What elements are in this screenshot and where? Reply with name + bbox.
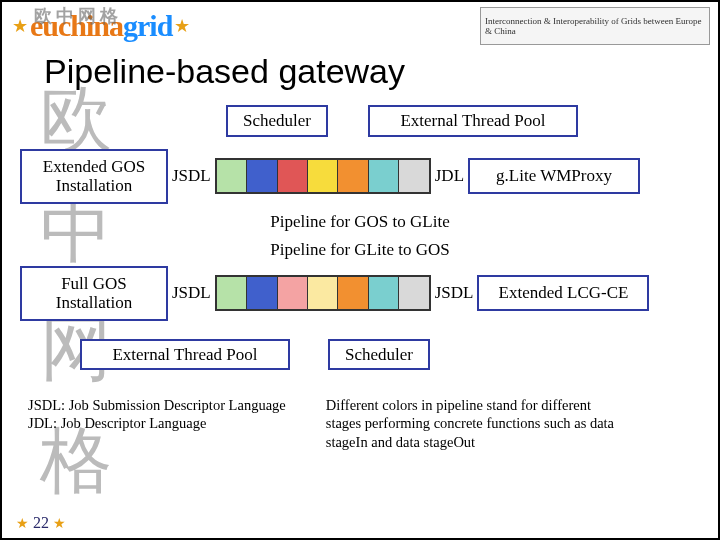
scheduler-box: Scheduler (328, 339, 430, 371)
jdl-definition: JDL: Job Descriptor Language (28, 414, 286, 432)
pipe-stage (278, 277, 308, 309)
header: ★ 欧中网格 euchinagrid ★ Interconnection & I… (2, 2, 718, 50)
pipeline-bottom (215, 275, 431, 311)
slide-number-value: 22 (33, 514, 49, 532)
diagram: Scheduler External Thread Pool Extended … (20, 105, 700, 451)
row-top: Scheduler External Thread Pool (20, 105, 700, 137)
star-icon: ★ (174, 15, 190, 37)
footnotes: JSDL: Job Submission Descriptor Language… (20, 396, 700, 450)
scheduler-box: Scheduler (226, 105, 328, 137)
pipe-stage (369, 277, 399, 309)
star-icon: ★ (16, 515, 29, 532)
header-banner: Interconnection & Interoperability of Gr… (480, 7, 710, 45)
jsdl-label: JSDL (172, 283, 211, 303)
pipe-stage (217, 277, 247, 309)
external-thread-pool-box: External Thread Pool (368, 105, 578, 137)
pipe-stage (338, 160, 368, 192)
pipe-stage (399, 277, 428, 309)
row-bottom: External Thread Pool Scheduler (20, 339, 700, 371)
extended-lcg-ce-box: Extended LCG-CE (477, 275, 649, 311)
jsdl-label: JSDL (435, 283, 474, 303)
slide-number: ★ 22 ★ (14, 514, 68, 532)
pipe-stage (217, 160, 247, 192)
star-icon: ★ (53, 515, 66, 532)
star-icon: ★ (12, 15, 28, 37)
external-thread-pool-box: External Thread Pool (80, 339, 290, 371)
pipe-stage (369, 160, 399, 192)
pipe-stage (278, 160, 308, 192)
pipe-stage (308, 160, 338, 192)
jsdl-definition: JSDL: Job Submission Descriptor Language (28, 396, 286, 414)
logo-cn: 欧中网格 (34, 4, 122, 28)
pipe-stage (399, 160, 428, 192)
row-pipeline-1: Extended GOS Installation JSDL JDL g.Lit… (20, 149, 700, 204)
color-note: Different colors in pipeline stand for d… (326, 396, 616, 450)
banner-text: Interconnection & Interoperability of Gr… (480, 7, 710, 45)
pipeline-top (215, 158, 431, 194)
pipe-stage (247, 277, 277, 309)
pipe-stage (247, 160, 277, 192)
caption-gos-to-glite: Pipeline for GOS to GLite (20, 212, 700, 232)
caption-glite-to-gos: Pipeline for GLite to GOS (20, 240, 700, 260)
glite-wmproxy-box: g.Lite WMProxy (468, 158, 640, 194)
pipe-stage (338, 277, 368, 309)
full-gos-box: Full GOS Installation (20, 266, 168, 321)
jdl-label: JDL (435, 166, 464, 186)
jsdl-label: JSDL (172, 166, 211, 186)
extended-gos-box: Extended GOS Installation (20, 149, 168, 204)
row-pipeline-2: Full GOS Installation JSDL JSDL Extended… (20, 266, 700, 321)
logo: 欧中网格 euchinagrid (30, 6, 172, 46)
pipe-stage (308, 277, 338, 309)
